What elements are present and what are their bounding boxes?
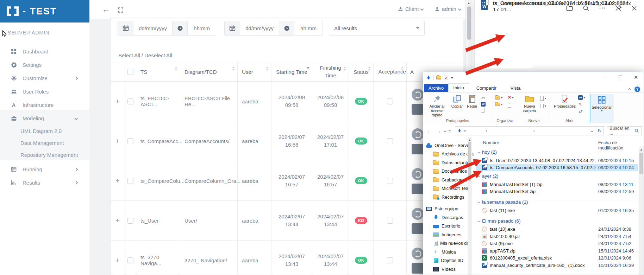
list-scrollbar[interactable]: [639, 147, 644, 275]
row-checkbox[interactable]: [127, 178, 133, 184]
pin-quick-access-button[interactable]: Anclar al Acceso rápido: [426, 95, 448, 117]
sort-icon[interactable]: [343, 66, 346, 71]
header-user[interactable]: User: [238, 62, 271, 81]
cut-button[interactable]: [481, 95, 485, 101]
minimize-button[interactable]: [597, 72, 613, 83]
nav-forward-button[interactable]: [436, 128, 441, 134]
file-row[interactable]: manual_security_certificate_alm-160_ (1)…: [476, 262, 638, 269]
acceptance-checkbox[interactable]: [387, 138, 393, 144]
breadcrumb-collapse[interactable]: [463, 128, 466, 134]
rename-button[interactable]: [508, 103, 511, 108]
new-folder-button[interactable]: Nueva carpeta: [520, 95, 539, 113]
breadcrumb-separator[interactable]: [533, 128, 535, 134]
file-row[interactable]: tast (10).exe 24/01/2024 8:38: [476, 226, 638, 233]
scroll-up-button[interactable]: [639, 147, 644, 152]
group-header-semana[interactable]: la semana pasada (1): [476, 197, 638, 207]
edit-button[interactable]: [578, 102, 582, 107]
explorer-title-bar[interactable]: [423, 72, 644, 83]
header-diagram[interactable]: Diagram/TCD: [180, 62, 238, 81]
delete-button[interactable]: [508, 95, 514, 100]
nav-item[interactable]: Este equipo: [423, 205, 475, 213]
file-row[interactable]: tast (9).exe 24/01/2024 7:52: [476, 240, 638, 248]
header-starting-time[interactable]: Starting Time: [271, 62, 312, 81]
nav-item[interactable]: Música: [423, 248, 475, 256]
select-button[interactable]: Seleccionar: [590, 94, 613, 122]
acceptance-checkbox[interactable]: [387, 178, 393, 184]
copy-path-button[interactable]: W: [481, 102, 486, 107]
history-button[interactable]: [578, 109, 582, 114]
address-box[interactable]: [455, 126, 595, 135]
quick-access-folder-icon[interactable]: [436, 76, 441, 79]
easy-access-button[interactable]: [540, 104, 546, 108]
tab-vista[interactable]: Vista: [506, 84, 525, 92]
file-row[interactable]: 6012300405_excel_oferta.xlsx 12/01/2024 …: [476, 255, 638, 262]
tab-compartir[interactable]: Compartir: [472, 84, 501, 92]
expand-row-button[interactable]: [115, 97, 120, 105]
file-row[interactable]: appTAST.zip 15/01/2024 14:46: [476, 247, 638, 255]
admin-dropdown[interactable]: admin: [434, 6, 461, 12]
nav-item[interactable]: OneDrive - Servic: [423, 141, 475, 150]
group-header-ayer[interactable]: ayer (2): [476, 171, 638, 181]
scroll-up-button[interactable]: [466, 0, 472, 6]
sort-icon[interactable]: [175, 66, 177, 71]
nav-item[interactable]: Mis nuevos doc: [423, 239, 475, 248]
start-time-input[interactable]: [188, 21, 216, 35]
sidebar-item-dashboard[interactable]: Dashboard: [0, 45, 89, 58]
select-all-toggle[interactable]: Select All / Deselect All: [118, 52, 172, 58]
nav-item[interactable]: Objetos 3D: [423, 256, 475, 265]
file-row[interactable]: tast (11).exe 01/02/2024 16:35: [476, 207, 638, 214]
sidebar-item-settings[interactable]: Settings: [0, 58, 89, 71]
nav-item[interactable]: Recordings: [423, 193, 475, 202]
select-all-checkbox[interactable]: [127, 69, 133, 75]
nav-item[interactable]: Documentos: [423, 167, 475, 176]
nav-item[interactable]: Descargas: [423, 213, 475, 222]
collapse-ribbon-icon[interactable]: [628, 88, 631, 90]
column-name[interactable]: Nombre: [483, 140, 499, 145]
sort-icon[interactable]: [232, 66, 235, 71]
sort-icon[interactable]: [266, 66, 269, 71]
header-ts[interactable]: TS: [136, 62, 180, 81]
paste-shortcut-button[interactable]: [481, 108, 484, 113]
search-box[interactable]: Buscar en ...: [607, 126, 642, 135]
group-header-hoy[interactable]: hoy (2): [476, 147, 638, 157]
row-action-icon-partial[interactable]: [412, 248, 424, 260]
calendar-icon[interactable]: [225, 21, 240, 35]
breadcrumb-separator[interactable]: [486, 128, 488, 134]
quick-access-toolbar-menu[interactable]: [451, 77, 454, 79]
close-button[interactable]: [628, 72, 644, 83]
file-row[interactable]: tast2.0.0.40.jar 24/01/2024 7:54: [476, 233, 638, 240]
scrollbar-thumb[interactable]: [468, 142, 471, 181]
sidebar-item-modeling[interactable]: Modeling: [0, 111, 89, 125]
row-checkbox[interactable]: [127, 98, 133, 104]
file-row[interactable]: ts_User_07.02.2024 13.44.08_07.02.2024 1…: [476, 157, 638, 164]
nav-item[interactable]: Escritorio: [423, 222, 475, 231]
sidebar-item-data-management[interactable]: Data Management: [0, 137, 89, 148]
sidebar-item-customize[interactable]: Customize: [0, 71, 89, 85]
help-icon[interactable]: ?: [634, 87, 640, 92]
row-checkbox[interactable]: [127, 218, 133, 224]
client-dropdown[interactable]: Client: [398, 6, 423, 12]
acceptance-checkbox[interactable]: [387, 98, 393, 104]
sidebar-item-infrastructure[interactable]: A Infrastructure: [0, 98, 89, 111]
nav-item[interactable]: Archivos de cha: [423, 150, 475, 159]
back-button[interactable]: [102, 6, 110, 13]
tab-archivo[interactable]: Archivo: [424, 84, 448, 92]
nav-item[interactable]: Vídeos: [423, 265, 475, 274]
start-date-input[interactable]: [133, 21, 172, 35]
nav-item[interactable]: TIH0405100A (C: [423, 274, 475, 275]
maximize-button[interactable]: [613, 72, 628, 83]
clock-icon[interactable]: [172, 21, 188, 35]
results-filter-select[interactable]: All results: [329, 21, 425, 36]
scroll-up-button[interactable]: [468, 138, 472, 142]
row-action-icon-partial[interactable]: [412, 128, 424, 140]
properties-button[interactable]: Propiedades: [554, 95, 576, 109]
row-checkbox[interactable]: [127, 138, 133, 144]
expand-row-button[interactable]: [115, 216, 120, 225]
sidebar-item-uml-diagram[interactable]: UML Diagram 2.0: [0, 125, 89, 136]
acceptance-checkbox[interactable]: [387, 218, 393, 224]
end-time-input[interactable]: [294, 21, 323, 35]
sort-desc-icon[interactable]: [307, 67, 310, 69]
nav-item[interactable]: Datos adjuntos: [423, 158, 475, 167]
header-status[interactable]: Status: [349, 62, 374, 81]
nav-back-button[interactable]: [427, 128, 432, 134]
